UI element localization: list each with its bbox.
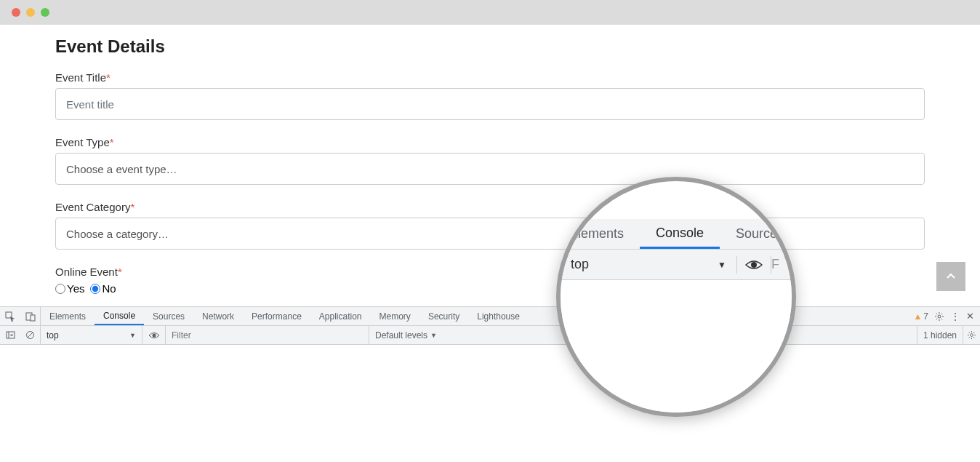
online-no-label: No xyxy=(102,282,116,295)
tab-performance[interactable]: Performance xyxy=(243,307,310,325)
console-filter xyxy=(166,326,369,344)
device-toolbar-button[interactable] xyxy=(20,307,41,325)
tab-security[interactable]: Security xyxy=(419,307,468,325)
inspect-icon xyxy=(5,311,15,322)
warning-icon: ▲ xyxy=(913,311,922,322)
sidebar-icon xyxy=(6,330,15,340)
caret-down-icon: ▼ xyxy=(129,332,136,339)
devtools-close-button[interactable]: ✕ xyxy=(966,311,974,322)
magnified-context: top ▼ xyxy=(561,257,736,272)
tab-application[interactable]: Application xyxy=(310,307,371,325)
svg-point-8 xyxy=(152,333,156,337)
devtools-tabbar: Elements Console Sources Network Perform… xyxy=(0,307,980,326)
chevron-up-icon xyxy=(945,271,957,282)
event-type-select[interactable]: Choose a event type… xyxy=(55,153,925,185)
tab-lighthouse[interactable]: Lighthouse xyxy=(468,307,529,325)
svg-point-10 xyxy=(751,262,757,268)
hidden-messages-label[interactable]: 1 hidden xyxy=(917,326,963,344)
tab-network[interactable]: Network xyxy=(193,307,243,325)
inspect-element-button[interactable] xyxy=(0,307,20,325)
event-type-label: Event Type xyxy=(55,136,110,148)
clear-console-button[interactable] xyxy=(20,326,41,344)
magnified-context-label: top xyxy=(571,257,589,272)
execution-context-label: top xyxy=(47,330,59,340)
required-asterisk: * xyxy=(106,71,111,84)
gear-icon xyxy=(967,330,976,340)
event-title-label: Event Title xyxy=(55,71,106,84)
event-category-select[interactable]: Choose a category… xyxy=(55,218,925,250)
console-filter-input[interactable] xyxy=(172,330,363,340)
tab-memory[interactable]: Memory xyxy=(371,307,419,325)
devtools-settings-button[interactable] xyxy=(934,311,944,322)
required-asterisk: * xyxy=(130,201,134,213)
tab-sources[interactable]: Sources xyxy=(144,307,193,325)
devtools-panel: Elements Console Sources Network Perform… xyxy=(0,306,980,345)
caret-down-icon: ▼ xyxy=(718,260,726,270)
eye-icon xyxy=(148,331,160,340)
page-title: Event Details xyxy=(55,36,925,57)
form-container: Event Details Event Title* Event Type* C… xyxy=(0,25,980,295)
minimize-window-button[interactable] xyxy=(26,8,35,17)
window-titlebar xyxy=(0,0,980,25)
event-category-label: Event Category xyxy=(55,201,130,213)
close-window-button[interactable] xyxy=(12,8,20,17)
required-asterisk: * xyxy=(118,266,122,278)
scroll-to-top-button[interactable] xyxy=(936,262,965,291)
tab-elements[interactable]: Elements xyxy=(41,307,95,325)
required-asterisk: * xyxy=(110,136,114,148)
event-category-field: Event Category* Choose a category… xyxy=(55,201,925,250)
event-title-field: Event Title* xyxy=(55,71,925,120)
svg-point-3 xyxy=(938,315,941,318)
live-expression-button[interactable] xyxy=(142,326,166,344)
device-icon xyxy=(25,311,36,322)
online-event-label: Online Event xyxy=(55,266,118,278)
event-category-placeholder: Choose a category… xyxy=(66,228,169,240)
magnifier-overlay: Elements Console Source top ▼ F xyxy=(556,177,796,417)
event-type-field: Event Type* Choose a event type… xyxy=(55,136,925,185)
svg-rect-2 xyxy=(31,315,35,321)
warning-count[interactable]: ▲7 xyxy=(913,311,928,322)
maximize-window-button[interactable] xyxy=(41,8,49,17)
event-type-placeholder: Choose a event type… xyxy=(66,163,177,175)
execution-context-select[interactable]: top ▼ xyxy=(41,326,142,344)
devtools-menu-button[interactable]: ⋮ xyxy=(950,311,960,322)
event-title-input[interactable] xyxy=(55,88,925,120)
magnified-eye xyxy=(737,259,771,271)
magnified-toolbar: top ▼ F xyxy=(561,250,792,280)
online-yes-label: Yes xyxy=(67,282,84,295)
console-toolbar: top ▼ Default levels ▼ 1 hidden xyxy=(0,326,980,345)
clear-icon xyxy=(25,330,35,340)
caret-down-icon: ▼ xyxy=(430,332,437,339)
warning-count-number: 7 xyxy=(923,311,928,322)
log-levels-select[interactable]: Default levels ▼ xyxy=(369,326,443,344)
eye-icon xyxy=(745,259,763,271)
svg-line-7 xyxy=(28,332,33,338)
online-no-radio[interactable] xyxy=(90,284,100,294)
magnified-tabbar: Elements Console Source xyxy=(561,219,792,250)
console-sidebar-toggle[interactable] xyxy=(0,326,20,344)
magnified-tab-console: Console xyxy=(640,219,720,249)
gear-icon xyxy=(934,311,944,322)
console-settings-button[interactable] xyxy=(963,326,980,344)
tab-console[interactable]: Console xyxy=(95,307,144,325)
online-yes-radio[interactable] xyxy=(55,284,65,294)
log-levels-label: Default levels xyxy=(375,330,427,340)
magnified-filter-hint: F xyxy=(771,257,792,272)
svg-point-9 xyxy=(971,334,973,337)
